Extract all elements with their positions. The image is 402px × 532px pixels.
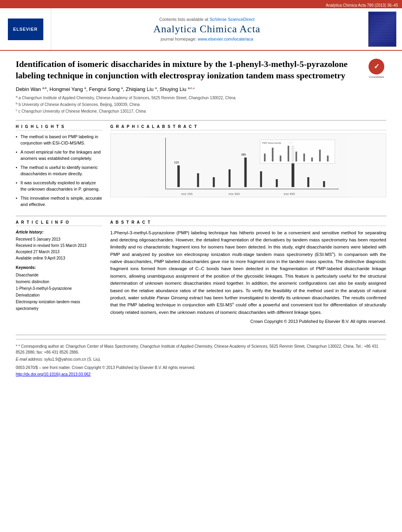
svg-rect-8 [213, 177, 215, 187]
accepted-date: Accepted 27 March 2013 [16, 249, 102, 255]
svg-text:215: 215 [174, 161, 179, 164]
svg-rect-23 [280, 156, 282, 161]
history-section: Article history: Received 5 January 2013… [16, 229, 102, 261]
graphical-abstract-image: m/z 150 m/z 300 m/z 450 [110, 133, 386, 197]
abstract-header: A B S T R A C T [110, 220, 386, 226]
graphical-abstract-col: G R A P H I C A L A B S T R A C T m/z 15… [110, 124, 386, 210]
svg-rect-28 [319, 150, 321, 161]
svg-text:PMP-disaccharide: PMP-disaccharide [262, 142, 282, 144]
footer-section: * * Corresponding author at: Changchun C… [16, 339, 386, 377]
email-label: E-mail address: [16, 357, 43, 361]
keywords-section: Keywords: Disaccharide Isomeric distinct… [16, 265, 102, 312]
article-info-col: A R T I C L E I N F O Article history: R… [16, 220, 102, 330]
footer-doi: http://dx.doi.org/10.1016/j.aca.2013.03.… [16, 371, 386, 377]
svg-rect-29 [327, 156, 329, 161]
graphical-abstract-header: G R A P H I C A L A B S T R A C T [110, 124, 386, 130]
journal-homepage: journal homepage: www.elsevier.com/locat… [161, 37, 253, 41]
svg-rect-25 [296, 152, 297, 161]
main-content: Identification of isomeric disaccharides… [0, 51, 402, 385]
received-revised-date: Received in revised form 15 March 2013 [16, 243, 102, 249]
abstract-col: A B S T R A C T 1-Phenyl-3-methyl-5-pyra… [110, 220, 386, 324]
keyword-1: Disaccharide [16, 272, 102, 278]
journal-header-right [363, 8, 402, 50]
journal-title: Analytica Chimica Acta [154, 23, 261, 35]
keywords-list: Disaccharide Isomeric distinction 1-Phen… [16, 272, 102, 312]
svg-rect-7 [197, 173, 199, 187]
highlight-item-2: A novel empirical rule for the linkages … [16, 149, 102, 162]
history-label: Article history: [16, 229, 102, 235]
svg-rect-10 [245, 158, 247, 187]
article-info-header: A R T I C L E I N F O [16, 220, 102, 226]
sciverse-link-text: SciVerse ScienceDirect [209, 17, 254, 22]
authors-text: Debin Wan a,b, Hongmei Yang a, Fengrui S… [16, 86, 195, 92]
abstract-text: 1-Phenyl-3-methyl-5-pyrazolone (PMP) lab… [110, 229, 386, 316]
svg-rect-26 [304, 154, 305, 161]
svg-rect-11 [260, 171, 262, 187]
svg-rect-21 [264, 154, 266, 161]
svg-rect-24 [288, 146, 289, 161]
elsevier-label: ELSEVIER [13, 27, 37, 32]
homepage-link-text: www.elsevier.com/locate/aca [198, 37, 253, 41]
svg-text:385: 385 [241, 153, 246, 156]
crossmark-section: ✓ CrossMark [367, 59, 386, 79]
authors: Debin Wan a,b, Hongmei Yang a, Fengrui S… [16, 86, 386, 92]
highlight-item-5: This innovative method is simple, accura… [16, 195, 102, 208]
svg-text:m/z 450: m/z 450 [284, 192, 295, 196]
crossmark-badge: ✓ [369, 59, 384, 74]
divider-middle [16, 216, 386, 216]
citation-text: Analytica Chimica Acta 780 (2013) 36–45 [326, 3, 398, 7]
abstract-body: 1-Phenyl-3-methyl-5-pyrazolone (PMP) lab… [110, 230, 386, 315]
highlights-abstract-row: H I G H L I G H T S The method is based … [16, 124, 386, 210]
graph-svg: m/z 150 m/z 300 m/z 450 [111, 134, 386, 197]
affiliation-c: c c Changchun University of Chinese Medi… [16, 108, 386, 114]
svg-rect-9 [229, 169, 231, 187]
footer-doi-text: http://dx.doi.org/10.1016/j.aca.2013.03.… [16, 372, 91, 376]
received-date: Received 5 January 2013 [16, 236, 102, 243]
keyword-4: Derivatization [16, 292, 102, 298]
keyword-5: Electrospray ionization tandem mass spec… [16, 298, 102, 312]
divider-top [16, 120, 386, 120]
journal-header-center: Contents lists available at SciVerse Sci… [51, 8, 363, 50]
affiliations: a a Changchun Institute of Applied Chemi… [16, 95, 386, 115]
svg-rect-27 [311, 158, 313, 161]
footer-issn: 0003-2670/$ – see front matter. Crown Co… [16, 365, 386, 371]
svg-rect-12 [276, 179, 278, 187]
crossmark-symbol: ✓ [374, 62, 380, 71]
sciverse-anchor[interactable]: SciVerse ScienceDirect [209, 17, 254, 22]
elsevier-logo: ELSEVIER [8, 19, 43, 40]
available-date: Available online 9 April 2013 [16, 255, 102, 261]
corresponding-note: * Corresponding author at: Changchun Cen… [16, 344, 378, 354]
journal-header-left: ELSEVIER [0, 8, 51, 50]
article-info-grid: Article history: Received 5 January 2013… [16, 229, 102, 312]
homepage-link[interactable]: www.elsevier.com/locate/aca [198, 37, 253, 41]
affiliation-a: a a Changchun Institute of Applied Chemi… [16, 95, 386, 101]
keyword-2: Isomeric distinction [16, 278, 102, 285]
article-title: Identification of isomeric disaccharides… [16, 59, 361, 81]
svg-rect-6 [178, 165, 180, 187]
divider-footer [16, 335, 386, 335]
footnote-star-symbol: * [16, 344, 17, 348]
footer-doi-link[interactable]: http://dx.doi.org/10.1016/j.aca.2013.03.… [16, 372, 91, 376]
article-title-section: Identification of isomeric disaccharides… [16, 59, 386, 81]
highlights-list: The method is based on PMP labeling in c… [16, 133, 102, 208]
highlights-header: H I G H L I G H T S [16, 124, 102, 130]
svg-rect-22 [272, 148, 274, 161]
journal-cover-image [368, 11, 396, 47]
footnote-star: * * Corresponding author at: Changchun C… [16, 343, 386, 355]
page-container: Analytica Chimica Acta 780 (2013) 36–45 … [0, 0, 402, 385]
affiliation-b: b b University of Chinese Academy of Sci… [16, 101, 386, 108]
sciverse-link: Contents lists available at SciVerse Sci… [159, 17, 254, 22]
svg-text:m/z 300: m/z 300 [229, 192, 240, 196]
highlight-item-4: It was successfully exploited to analyze… [16, 180, 102, 193]
footer-email: E-mail address: syliu1.9@yahoo.com.cn (S… [16, 356, 386, 362]
svg-rect-14 [308, 177, 309, 187]
highlights-col: H I G H L I G H T S The method is based … [16, 124, 102, 210]
svg-rect-15 [323, 181, 325, 187]
citation-bar: Analytica Chimica Acta 780 (2013) 36–45 [0, 2, 402, 8]
info-abstract-row: A R T I C L E I N F O Article history: R… [16, 220, 386, 330]
journal-header: ELSEVIER Contents lists available at Sci… [0, 8, 402, 51]
sciverse-text: Contents lists available at [159, 17, 208, 22]
homepage-text: journal homepage: [161, 37, 196, 41]
keyword-3: 1-Phenyl-3-methyl-5-pyrazolone [16, 285, 102, 292]
crossmark-label: CrossMark [369, 75, 384, 79]
